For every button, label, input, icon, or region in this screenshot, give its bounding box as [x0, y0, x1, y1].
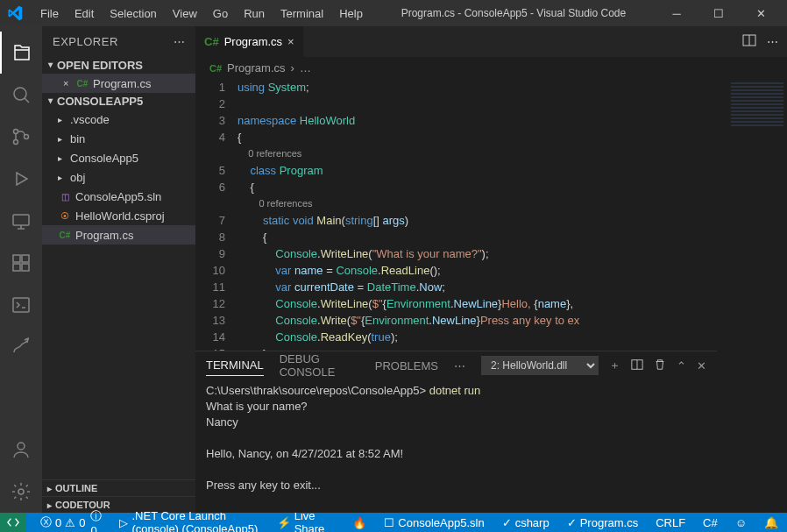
chevron-right-icon: ▸	[58, 134, 68, 144]
svg-rect-5	[13, 255, 20, 262]
route-icon[interactable]	[0, 326, 42, 368]
panel-tab-debug-console[interactable]: DEBUG CONSOLE	[280, 349, 359, 382]
console-icon[interactable]	[0, 284, 42, 326]
svg-point-1	[14, 130, 18, 134]
csharp-file-icon: C#	[204, 35, 219, 48]
activity-bar	[0, 26, 42, 513]
new-terminal-icon[interactable]: ＋	[609, 358, 620, 373]
workspace-section[interactable]: ▸CONSOLEAPP5	[42, 93, 195, 110]
minimap[interactable]	[717, 79, 787, 513]
explorer-more-icon[interactable]: ⋯	[174, 35, 186, 48]
menu-run[interactable]: Run	[237, 4, 272, 24]
tree-item-bin[interactable]: ▸bin	[42, 129, 195, 148]
codelens[interactable]: 0 references	[238, 195, 717, 212]
search-icon[interactable]	[0, 74, 42, 116]
editor-more-icon[interactable]: ⋯	[767, 35, 778, 48]
solution-file-icon: ◫	[58, 189, 72, 203]
svg-rect-9	[13, 298, 29, 312]
panel-more-icon[interactable]: ⋯	[454, 356, 465, 376]
status-eol[interactable]: CRLF	[652, 516, 689, 529]
menu-help[interactable]: Help	[332, 4, 370, 24]
explorer-icon[interactable]	[0, 32, 42, 74]
close-panel-icon[interactable]: ✕	[697, 359, 706, 372]
terminal-output[interactable]: C:\Users\thrak\source\repos\ConsoleApp5>…	[195, 379, 717, 513]
maximize-panel-icon[interactable]: ⌃	[677, 359, 686, 372]
open-editor-item[interactable]: ×C#Program.cs	[42, 74, 195, 93]
svg-point-10	[18, 443, 25, 450]
panel-tab-terminal[interactable]: TERMINAL	[206, 355, 264, 376]
split-terminal-icon[interactable]	[631, 358, 643, 373]
tree-item-helloworld-csproj[interactable]: ⦿HelloWorld.csproj	[42, 206, 195, 225]
tree-item-consoleapp5[interactable]: ▸ConsoleApp5	[42, 148, 195, 167]
code-editor[interactable]: 1234 56 789101112131415 using System; na…	[195, 79, 717, 351]
svg-rect-4	[13, 215, 29, 225]
status-bell-icon[interactable]: 🔔	[761, 516, 782, 529]
settings-gear-icon[interactable]	[0, 471, 42, 513]
remote-indicator[interactable]	[0, 513, 26, 532]
tab-label: Program.cs	[224, 35, 282, 48]
menu-terminal[interactable]: Terminal	[273, 4, 330, 24]
csharp-file-icon: C#	[209, 63, 222, 74]
menu-selection[interactable]: Selection	[103, 4, 163, 24]
menu-edit[interactable]: Edit	[67, 4, 101, 24]
svg-point-11	[18, 489, 24, 494]
terminal-selector[interactable]: 2: HelloWorld.dll	[481, 356, 599, 375]
svg-point-0	[14, 88, 26, 100]
sidebar: EXPLORER ⋯ ▸OPEN EDITORS ×C#Program.cs ▸…	[42, 26, 195, 513]
window-title: Program.cs - ConsoleApp5 - Visual Studio…	[370, 7, 657, 19]
menu-file[interactable]: File	[33, 4, 66, 24]
menubar: FileEditSelectionViewGoRunTerminalHelp	[33, 4, 370, 24]
breadcrumb[interactable]: C# Program.cs › …	[195, 57, 787, 79]
status-csharp[interactable]: ✓ csharp	[499, 516, 553, 529]
open-editors-section[interactable]: ▸OPEN EDITORS	[42, 57, 195, 74]
status-solution[interactable]: ☐ ConsoleApp5.sln	[380, 516, 487, 529]
svg-rect-7	[22, 264, 29, 271]
panel: TERMINALDEBUG CONSOLEPROBLEMS ⋯ 2: Hello…	[195, 351, 717, 513]
split-editor-icon[interactable]	[742, 33, 756, 50]
menu-view[interactable]: View	[166, 4, 204, 24]
minimize-button[interactable]: ─	[657, 4, 696, 24]
chevron-right-icon: ▸	[58, 115, 68, 124]
run-debug-icon[interactable]	[0, 158, 42, 200]
menu-go[interactable]: Go	[206, 4, 235, 24]
tree-item-obj[interactable]: ▸obj	[42, 167, 195, 187]
status-file[interactable]: ✓ Program.cs	[564, 516, 642, 529]
tree-item-consoleapp5-sln[interactable]: ◫ConsoleApp5.sln	[42, 187, 195, 206]
close-button[interactable]: ✕	[741, 4, 780, 24]
close-icon[interactable]: ×	[63, 78, 75, 89]
editor-area: C# Program.cs × ⋯ C# Program.cs › … 1234…	[195, 26, 787, 513]
source-control-icon[interactable]	[0, 116, 42, 158]
svg-rect-8	[22, 255, 29, 262]
svg-point-2	[14, 140, 18, 145]
panel-tab-problems[interactable]: PROBLEMS	[375, 356, 438, 376]
account-icon[interactable]	[0, 429, 42, 471]
editor-tabs: C# Program.cs × ⋯	[195, 26, 787, 57]
tab-close-icon[interactable]: ×	[287, 35, 294, 48]
tree-item--vscode[interactable]: ▸.vscode	[42, 110, 195, 129]
tab-program-cs[interactable]: C# Program.cs ×	[195, 26, 303, 57]
vscode-logo-icon	[7, 5, 23, 21]
status-problems[interactable]: ⓧ0 ⚠0 ⓘ 0	[37, 508, 105, 533]
chevron-right-icon: ▸	[58, 153, 68, 163]
kill-terminal-icon[interactable]	[654, 358, 666, 373]
svg-point-3	[25, 135, 29, 139]
remote-explorer-icon[interactable]	[0, 200, 42, 242]
chevron-right-icon: ▸	[58, 173, 68, 182]
csharp-file-icon: C#	[75, 76, 89, 90]
project-file-icon: ⦿	[58, 209, 72, 223]
csharp-file-icon: C#	[58, 228, 72, 242]
titlebar: FileEditSelectionViewGoRunTerminalHelp P…	[0, 0, 787, 26]
maximize-button[interactable]: ☐	[699, 4, 738, 24]
tree-item-program-cs[interactable]: C#Program.cs	[42, 225, 195, 245]
extensions-icon[interactable]	[0, 242, 42, 284]
status-feedback-icon[interactable]: ☺	[732, 516, 750, 529]
codelens[interactable]: 0 references	[238, 145, 717, 162]
section-outline[interactable]: ▸OUTLINE	[42, 479, 195, 496]
status-language[interactable]: C#	[699, 516, 721, 529]
explorer-title: EXPLORER	[53, 35, 118, 48]
status-flame[interactable]: 🔥	[349, 516, 370, 529]
status-bar: ⓧ0 ⚠0 ⓘ 0 ▷ .NET Core Launch (console) (…	[0, 513, 787, 532]
svg-rect-6	[13, 264, 20, 271]
